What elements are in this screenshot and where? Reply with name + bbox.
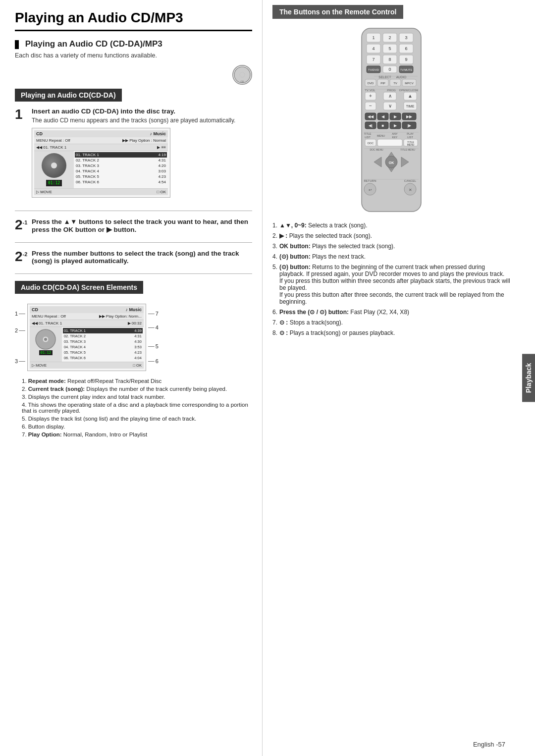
cd-icon: CD <box>232 65 252 85</box>
svg-text:■: ■ <box>382 123 384 128</box>
playback-tab: Playback <box>522 354 535 402</box>
screen-mockup-step1: CD ♪ Music MENU Repeat : Off ▶▶ Play Opt… <box>32 128 170 198</box>
svg-text:4: 4 <box>372 46 374 51</box>
step1-number: 1 <box>15 108 29 204</box>
track-item-1: 01. TRACK 14:19 <box>75 152 167 158</box>
remote-area: 1 2 3 4 5 6 7 8 9 <box>272 26 510 214</box>
svg-text:▲: ▲ <box>408 93 413 99</box>
svg-text:7: 7 <box>372 57 374 62</box>
screen-time: 01:12 <box>46 180 62 186</box>
instr-5: 5. (⊙) button: Returns to the beginning … <box>272 264 510 305</box>
svg-text:◀: ◀ <box>381 114 385 119</box>
instr-3: 3. OK button: Plays the selected track (… <box>272 243 510 250</box>
label-2: 2 ── <box>15 327 25 333</box>
label-1: 1 ── <box>15 311 25 317</box>
step2-2-title: Press the number buttons to select the t… <box>32 250 252 265</box>
instr-7: 7. ⊙ : Stops a track(song). <box>272 319 510 326</box>
right-labels: ── 7 ── 4 ── 5 ── 6 <box>148 304 159 371</box>
svg-text:TV/MUTE: TV/MUTE <box>400 68 412 71</box>
note-5: 5. Displays the track list (song list) a… <box>15 416 252 422</box>
notes-list: 1. Repeat mode: Repeat off/Repeat Track/… <box>15 378 252 437</box>
label-4: ── 4 <box>148 324 159 330</box>
svg-text:LIST: LIST <box>407 136 413 139</box>
footer: English -57 <box>473 741 505 748</box>
svg-text:RETURN: RETURN <box>364 179 376 182</box>
svg-text:5: 5 <box>388 46 391 51</box>
track-list-el: 01. TRACK 14:39 02. TRACK 24:31 03. TRAC… <box>62 327 144 362</box>
svg-text:3: 3 <box>405 35 407 40</box>
note-4: 4. This shows the operating state of a d… <box>15 402 252 414</box>
svg-point-6 <box>44 338 47 341</box>
svg-text:OK: OK <box>389 161 394 164</box>
screen-footer-el: ▷ MOVE □ OK <box>30 362 144 369</box>
screen-mockup-elements: CD ♪ Music MENU Repeat : Off ▶▶ Play Opt… <box>27 304 146 371</box>
svg-text:◀◀: ◀◀ <box>368 114 374 119</box>
screen-track-list: 01. TRACK 14:19 02. TRACK 24:31 03. TRAC… <box>74 151 168 188</box>
note-6: 6. Button display. <box>15 424 252 430</box>
svg-text:✕: ✕ <box>409 188 412 192</box>
step2-2-number: 2-2 <box>15 250 29 267</box>
screen-body-el: 01:12 01. TRACK 14:39 02. TRACK 24:31 03… <box>30 327 144 362</box>
note-7: 7. Play Option: Normal, Random, Intro or… <box>15 432 252 437</box>
left-panel-el: 01:12 <box>30 327 62 362</box>
svg-text:▶: ▶ <box>394 114 397 119</box>
step1-content: Insert an audio CD (CD-DA) into the disc… <box>32 108 235 204</box>
step2-2-container: 2-2 Press the number buttons to select t… <box>15 250 252 267</box>
track-item-6: 06. TRACK 64:54 <box>75 179 167 185</box>
svg-text:DOC: DOC <box>368 142 374 145</box>
svg-text:CD: CD <box>241 81 244 83</box>
svg-text:0: 0 <box>388 67 391 72</box>
step2-1-number: 2-1 <box>15 218 29 235</box>
svg-text:MENU: MENU <box>407 143 415 146</box>
instr-8: 8. ⊙ : Plays a track(song) or pauses pla… <box>272 329 510 336</box>
svg-text:TIME: TIME <box>406 105 415 108</box>
remote-svg: 1 2 3 4 5 6 7 8 9 <box>359 26 424 214</box>
svg-text:2: 2 <box>388 35 391 40</box>
label-6: ── 6 <box>148 358 159 364</box>
svg-text:TITLE: TITLE <box>364 132 372 135</box>
svg-text:CANCEL: CANCEL <box>404 179 417 182</box>
svg-text:6: 6 <box>405 46 407 51</box>
screen-footer: ▷ MOVE □ OK <box>34 188 168 195</box>
svg-text:▶: ▶ <box>394 123 397 128</box>
svg-text:▶▶: ▶▶ <box>406 114 413 119</box>
instr-6: 6. Press the (⊙ / ⊙) button: Fast Play (… <box>272 309 510 316</box>
svg-text:9: 9 <box>405 57 407 62</box>
divider3 <box>15 273 252 274</box>
svg-text:PLAY: PLAY <box>407 132 414 135</box>
instr-4: 4. (⊙) button: Plays the next track. <box>272 253 510 260</box>
note-1: 1. Repeat mode: Repeat off/Repeat Track/… <box>15 378 252 384</box>
step2-1-title: Press the ▲▼ buttons to select the track… <box>32 218 252 233</box>
svg-text:TV: TV <box>393 82 397 85</box>
screen-left-panel: 01:12 <box>34 151 74 188</box>
track-item-5: 05. TRACK 54:23 <box>75 174 167 179</box>
step2-2-content: Press the number buttons to select the t… <box>32 250 252 267</box>
screen-header: CD ♪ Music <box>34 130 168 137</box>
svg-text:MPCV: MPCV <box>405 82 413 85</box>
screen-elements-container: 1 ── 2 ── 3 ── CD ♪ Music <box>15 304 252 371</box>
svg-text:8: 8 <box>388 57 391 62</box>
sub-heading-desc: Each disc has a variety of menu function… <box>15 52 252 59</box>
instr-1: 1. ▲▼, 0~9: Selects a track (song). <box>272 222 510 229</box>
svg-text:TV/DVD: TV/DVD <box>368 68 379 71</box>
left-column: Playing an Audio CD/MP3 Playing an Audio… <box>0 0 263 756</box>
track-item-2: 02. TRACK 24:31 <box>75 158 167 163</box>
section2-header: Audio CD(CD-DA) Screen Elements <box>15 281 143 294</box>
svg-rect-85 <box>377 139 402 146</box>
disc-icon <box>42 153 66 178</box>
right-col-inner: The Buttons on the Remote Control 1 2 3 … <box>272 5 525 336</box>
label-3: 3 ── <box>15 358 25 364</box>
divider2 <box>15 242 252 243</box>
instr-2: 2. ▶ : Plays the selected track (song). <box>272 232 510 239</box>
step2-1-container: 2-1 Press the ▲▼ buttons to select the t… <box>15 218 252 235</box>
page-container: Playing an Audio CD/MP3 Playing an Audio… <box>0 0 535 756</box>
remote-header: The Buttons on the Remote Control <box>272 5 403 19</box>
svg-text:|▶: |▶ <box>407 123 412 128</box>
step1-desc: The audio CD menu appears and the tracks… <box>32 117 235 124</box>
svg-point-1 <box>240 72 244 77</box>
notes-section: 1. Repeat mode: Repeat off/Repeat Track/… <box>15 378 252 437</box>
svg-text:SELECT: SELECT <box>378 75 391 79</box>
svg-text:↩: ↩ <box>369 188 372 192</box>
cd-icon-area: CD <box>15 65 252 85</box>
sub-heading: Playing an Audio CD (CD-DA)/MP3 <box>15 39 252 49</box>
